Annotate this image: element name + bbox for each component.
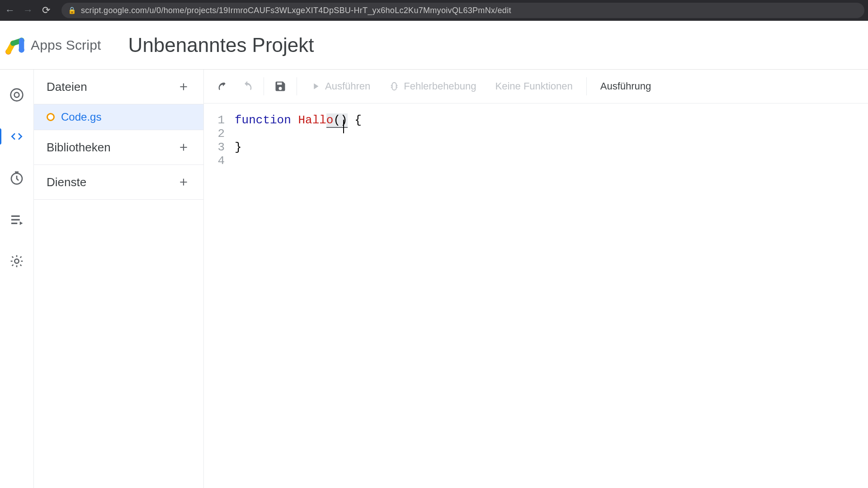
rail-overview[interactable]: [6, 84, 28, 106]
debug-label: Fehlerbehebung: [404, 80, 476, 92]
svg-rect-8: [11, 219, 20, 221]
svg-rect-9: [11, 223, 17, 224]
libraries-label: Bibliotheken: [47, 141, 111, 155]
product-logo[interactable]: Apps Script: [4, 34, 101, 56]
nav-forward-icon[interactable]: →: [22, 5, 34, 16]
svg-point-4: [11, 89, 23, 101]
files-section-header: Dateien: [34, 70, 203, 104]
svg-point-11: [14, 259, 19, 263]
code-editor[interactable]: 1 2 3 4 function Hallo() { }: [204, 103, 868, 488]
code-line: }: [235, 141, 868, 154]
undo-button[interactable]: [212, 75, 234, 97]
save-button[interactable]: [269, 75, 291, 97]
unsaved-indicator-icon: [47, 113, 55, 121]
services-label: Dienste: [47, 175, 86, 189]
browser-chrome: ← → ⟳ 🔒 script.google.com/u/0/home/proje…: [0, 0, 868, 21]
redo-button[interactable]: [236, 75, 258, 97]
add-library-button[interactable]: [175, 138, 193, 156]
services-section-header: Dienste: [34, 165, 203, 200]
add-file-button[interactable]: [175, 78, 193, 96]
toolbar-separator: [264, 77, 264, 95]
libraries-section-header: Bibliotheken: [34, 130, 203, 165]
run-button[interactable]: Ausführen: [302, 75, 378, 97]
code-line: [235, 154, 868, 168]
text-cursor-icon: [343, 120, 344, 133]
code-line: function Hallo() {: [235, 113, 868, 127]
left-rail: [0, 70, 34, 488]
reload-icon[interactable]: ⟳: [40, 5, 52, 16]
line-number: 3: [204, 141, 225, 154]
project-title[interactable]: Unbenanntes Projekt: [128, 34, 314, 56]
toolbar-separator: [297, 77, 297, 95]
rail-triggers[interactable]: [6, 167, 28, 189]
nav-back-icon[interactable]: ←: [4, 5, 16, 16]
line-number: 4: [204, 154, 225, 168]
rail-settings[interactable]: [6, 250, 28, 272]
apps-script-logo-icon: [4, 34, 26, 56]
svg-point-5: [14, 93, 19, 98]
svg-rect-7: [11, 216, 20, 217]
code-lines[interactable]: function Hallo() { }: [235, 113, 868, 488]
rail-executions[interactable]: [6, 209, 28, 230]
line-gutter: 1 2 3 4: [204, 113, 235, 488]
app-header: Apps Script Unbenanntes Projekt: [0, 21, 868, 70]
line-number: 2: [204, 127, 225, 141]
sidebar: Dateien Code.gs Bibliotheken Dienste: [34, 70, 204, 488]
files-label: Dateien: [47, 80, 87, 94]
debug-button[interactable]: Fehlerbehebung: [381, 75, 484, 97]
file-name: Code.gs: [61, 111, 101, 123]
editor-toolbar: Ausführen Fehlerbehebung Keine Funktione…: [204, 70, 868, 103]
editor-area: Ausführen Fehlerbehebung Keine Funktione…: [204, 70, 868, 488]
code-line: [235, 127, 868, 141]
file-item-code[interactable]: Code.gs: [34, 104, 203, 130]
add-service-button[interactable]: [175, 173, 193, 191]
execution-log-button[interactable]: Ausführung: [594, 80, 658, 92]
url-bar[interactable]: 🔒 script.google.com/u/0/home/projects/19…: [61, 3, 864, 18]
url-text: script.google.com/u/0/home/projects/19Ir…: [81, 6, 511, 15]
product-name: Apps Script: [31, 38, 101, 53]
toolbar-separator: [586, 77, 587, 95]
lock-icon: 🔒: [68, 6, 76, 14]
function-selector[interactable]: Keine Funktionen: [487, 80, 581, 92]
line-number: 1: [204, 113, 225, 127]
rail-editor[interactable]: [6, 126, 28, 147]
workspace: Dateien Code.gs Bibliotheken Dienste: [0, 70, 868, 488]
svg-marker-10: [20, 221, 23, 225]
run-label: Ausführen: [325, 80, 370, 92]
